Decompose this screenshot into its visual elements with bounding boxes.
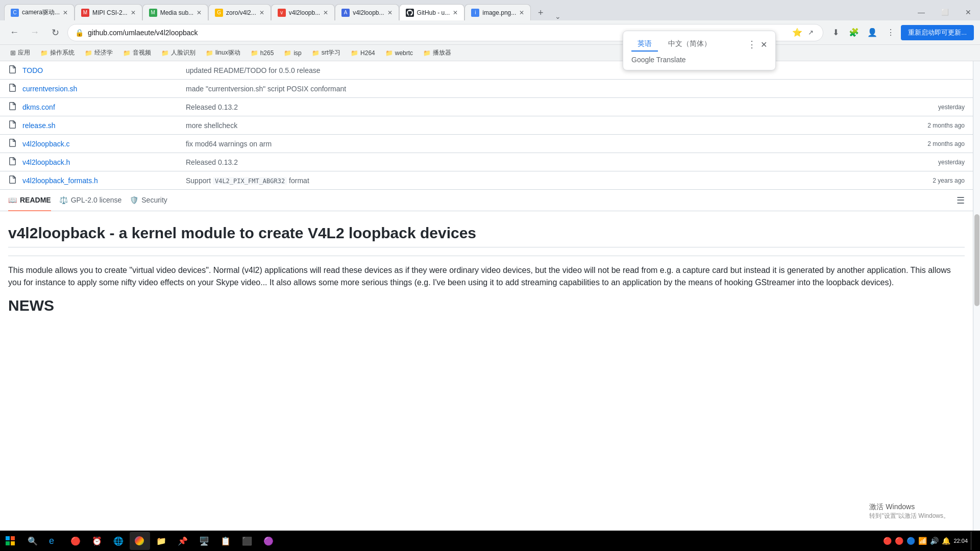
file-name-dkms[interactable]: dkms.conf	[22, 103, 186, 111]
taskbar-app4[interactable]: 📌	[173, 532, 193, 550]
tab-5-title: v4l2loopb...	[289, 9, 320, 16]
scrollbar-thumb[interactable]	[974, 214, 979, 306]
taskbar-search[interactable]: 🔍	[22, 532, 43, 550]
file-name-currentversion[interactable]: currentversion.sh	[22, 85, 186, 93]
list-view-icon[interactable]: ☰	[957, 195, 965, 206]
star-icon[interactable]: ⭐	[792, 28, 802, 38]
taskbar-app1[interactable]: 🔴	[65, 532, 86, 550]
tray-app2[interactable]: 🔴	[895, 537, 903, 545]
tray-notification-icon[interactable]: 🔔	[942, 537, 950, 545]
tab-1[interactable]: C camera驱动... ✕	[4, 4, 75, 20]
tab-3[interactable]: M Media sub... ✕	[142, 4, 208, 20]
tab-7-close[interactable]: ✕	[453, 9, 458, 16]
back-button[interactable]: ←	[6, 24, 22, 41]
taskbar-files[interactable]: 📁	[151, 532, 172, 550]
extensions-icon[interactable]: 🧩	[846, 24, 862, 41]
taskbar-app6[interactable]: 📋	[215, 532, 236, 550]
tab-5-close[interactable]: ✕	[323, 9, 328, 16]
file-name-formats[interactable]: v4l2loopback_formats.h	[22, 177, 186, 185]
file-row-dkms[interactable]: dkms.conf Released 0.13.2 yesterday	[0, 98, 973, 116]
taskbar-ie[interactable]: e	[44, 532, 64, 550]
tray-app3[interactable]: 🔵	[906, 537, 915, 545]
tab-3-close[interactable]: ✕	[197, 9, 202, 16]
tab-security[interactable]: 🛡️ Security	[130, 190, 167, 211]
bookmark-folder-h265[interactable]: 📁 h265	[247, 48, 278, 58]
bookmark-folder-isp[interactable]: 📁 isp	[280, 48, 305, 58]
scrollbar[interactable]	[973, 61, 980, 551]
bookmark-folder-h264[interactable]: 📁 H264	[347, 48, 379, 58]
profile-icon[interactable]: 👤	[864, 24, 880, 41]
translate-close-icon[interactable]: ✕	[761, 40, 767, 49]
bookmark-folder-av[interactable]: 📁 音视频	[119, 47, 155, 58]
bookmark-folder-srt[interactable]: 📁 srt学习	[308, 47, 345, 58]
readme-news-heading: NEWS	[8, 297, 965, 314]
file-row-release[interactable]: release.sh more shellcheck 2 months ago	[0, 116, 973, 135]
forward-button[interactable]: →	[27, 24, 43, 41]
tab-6[interactable]: A v4l2loopb... ✕	[335, 4, 399, 20]
file-row-formats[interactable]: v4l2loopback_formats.h Support V4L2_PIX_…	[0, 171, 973, 190]
taskbar-app5[interactable]: 🖥️	[194, 532, 214, 550]
tab-6-close[interactable]: ✕	[387, 9, 393, 16]
taskbar-app2[interactable]: ⏰	[87, 532, 107, 550]
download-manager-icon[interactable]: ⬇	[827, 24, 844, 41]
apps-button[interactable]: ⊞ 应用	[6, 47, 34, 58]
file-row-todo[interactable]: TODO updated README/TODO for 0.5.0 relea…	[0, 61, 973, 80]
new-tab-button[interactable]: +	[533, 5, 548, 20]
tab-4-close[interactable]: ✕	[259, 9, 264, 16]
tab-2-title: MIPI CSI-2...	[92, 9, 128, 16]
bookmark-folder-os[interactable]: 📁 操作系统	[36, 47, 79, 58]
tab-3-title: Media sub...	[160, 9, 193, 16]
readme-tab-label: README	[20, 196, 51, 204]
tray-app1[interactable]: 🔴	[883, 537, 892, 545]
file-row-v4l2c[interactable]: v4l2loopback.c fix mod64 warnings on arm…	[0, 135, 973, 153]
tab-8[interactable]: i image.png... ✕	[464, 4, 531, 20]
nav-bar: ← → ↻ 🔒 github.com/umlaeute/v4l2loopback…	[0, 20, 980, 45]
translate-more-icon[interactable]: ⋮	[747, 39, 756, 50]
minimize-button[interactable]: —	[910, 4, 933, 20]
taskbar-clock[interactable]: 22:04	[953, 537, 968, 544]
taskbar-chrome[interactable]	[130, 532, 150, 550]
tray-network-icon[interactable]: 📶	[918, 537, 927, 545]
reload-button[interactable]: ↻	[47, 24, 63, 41]
tab-2[interactable]: M MIPI CSI-2... ✕	[75, 4, 142, 20]
tab-1-title: camera驱动...	[22, 8, 60, 17]
taskbar-app3[interactable]: 🌐	[108, 532, 129, 550]
share-icon[interactable]: ↗	[805, 28, 816, 38]
tab-2-close[interactable]: ✕	[131, 9, 136, 16]
tab-readme[interactable]: 📖 README	[8, 190, 51, 211]
folder-icon-srt: 📁	[312, 49, 320, 57]
tab-license[interactable]: ⚖️ GPL-2.0 license	[59, 190, 122, 211]
file-row-currentversion[interactable]: currentversion.sh made "currentversion.s…	[0, 80, 973, 98]
file-name-release[interactable]: release.sh	[22, 121, 186, 130]
bookmark-folder-player[interactable]: 📁 播放器	[419, 47, 455, 58]
tab-8-close[interactable]: ✕	[519, 9, 524, 16]
tab-4[interactable]: G zoro/v4l2... ✕	[208, 4, 271, 20]
tab-1-close[interactable]: ✕	[63, 9, 68, 16]
file-name-v4l2c[interactable]: v4l2loopback.c	[22, 140, 186, 148]
bookmark-folder-webrtc[interactable]: 📁 webrtc	[381, 48, 417, 58]
lock-icon: 🔒	[75, 29, 84, 37]
tab-more-button[interactable]: ⌄	[550, 12, 566, 20]
tab-7-title: GitHub - u...	[417, 9, 450, 16]
tab-5[interactable]: v v4l2loopb... ✕	[271, 4, 335, 20]
start-button[interactable]	[0, 531, 20, 551]
settings-icon[interactable]: ⋮	[883, 24, 899, 41]
file-name-todo[interactable]: TODO	[22, 66, 186, 74]
file-icon-release	[8, 120, 18, 130]
close-window-button[interactable]: ✕	[957, 4, 980, 20]
file-row-v4l2h[interactable]: v4l2loopback.h Released 0.13.2 yesterday	[0, 153, 973, 171]
license-scale-icon: ⚖️	[59, 196, 68, 204]
translate-tab-chinese[interactable]: 中文（简体）	[662, 37, 717, 52]
maximize-button[interactable]: ⬜	[933, 4, 957, 20]
taskbar-app7[interactable]: ⬛	[237, 532, 257, 550]
bookmark-folder-economics[interactable]: 📁 经济学	[81, 47, 117, 58]
tray-volume-icon[interactable]: 🔊	[930, 537, 939, 545]
bookmark-folder-linux[interactable]: 📁 linux驱动	[202, 47, 244, 58]
tab-7[interactable]: GitHub - u... ✕	[399, 4, 465, 20]
bookmark-folder-face[interactable]: 📁 人脸识别	[157, 47, 200, 58]
translate-tab-english[interactable]: 英语	[631, 37, 658, 52]
update-button[interactable]: 重新启动即可更新...	[901, 25, 974, 40]
taskbar-app8[interactable]: 🟣	[258, 532, 279, 550]
show-desktop-button[interactable]	[971, 532, 974, 550]
file-name-v4l2h[interactable]: v4l2loopback.h	[22, 158, 186, 166]
